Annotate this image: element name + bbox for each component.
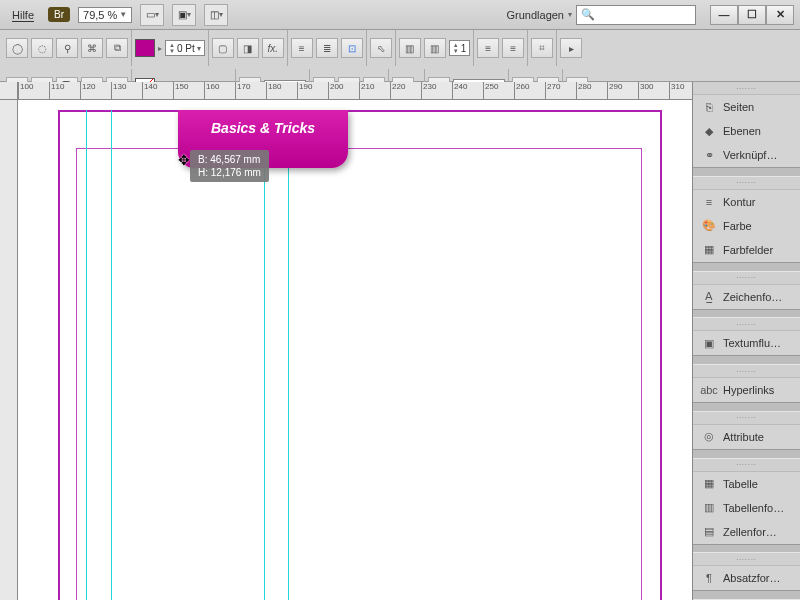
view-mode-3[interactable]: ◫▾	[204, 4, 228, 26]
minimize-button[interactable]: —	[710, 5, 738, 25]
tool-icon[interactable]: ◯	[6, 38, 28, 58]
document-canvas[interactable]: 1001101201301401501601701801902002102202…	[0, 82, 692, 600]
panel-grip[interactable]: ·······	[693, 272, 800, 285]
panel-label: Tabellenfo…	[723, 502, 784, 514]
stroke-weight[interactable]: ▲▼0 Pt▾	[165, 40, 205, 56]
ruler-tick: 160	[204, 82, 219, 100]
panel-label: Farbfelder	[723, 244, 773, 256]
ruler-tick: 110	[49, 82, 64, 100]
panel-textwrap-icon: ▣	[701, 336, 717, 350]
panel-label: Tabelle	[723, 478, 758, 490]
panel-stroke[interactable]: ≡Kontur	[693, 190, 800, 214]
fill-swatch[interactable]	[135, 39, 155, 57]
panel-links[interactable]: ⚭Verknüpf…	[693, 143, 800, 167]
ruler-tick: 270	[545, 82, 560, 100]
tool-icon[interactable]: ◌	[31, 38, 53, 58]
panel-pages[interactable]: ⎘Seiten	[693, 95, 800, 119]
wrap-icon[interactable]: ⬁	[370, 38, 392, 58]
ruler-tick: 130	[111, 82, 126, 100]
panel-layers[interactable]: ◆Ebenen	[693, 119, 800, 143]
view-mode-2[interactable]: ▣▾	[172, 4, 196, 26]
panel-label: Farbe	[723, 220, 752, 232]
list-icon[interactable]: ≡	[502, 38, 524, 58]
more-icon[interactable]: ▸	[560, 38, 582, 58]
align-icon[interactable]: ≣	[316, 38, 338, 58]
panel-label: Absatzfor…	[723, 572, 780, 584]
panel-grip[interactable]: ·······	[693, 82, 800, 95]
panel-label: Ebenen	[723, 125, 761, 137]
guide-vertical[interactable]	[86, 110, 87, 600]
fx-icon[interactable]: ▢	[212, 38, 234, 58]
columns-count[interactable]: ▲▼1	[449, 40, 471, 56]
align-icon[interactable]: ⊡	[341, 38, 363, 58]
zoom-level[interactable]: 79,5 %▼	[78, 7, 132, 23]
panel-tablestyles-icon: ▥	[701, 501, 717, 515]
fx-button[interactable]: fx.	[262, 38, 284, 58]
transform-icon[interactable]: ⌗	[531, 38, 553, 58]
fx-icon[interactable]: ◨	[237, 38, 259, 58]
ruler-tick: 300	[638, 82, 653, 100]
panel-grip[interactable]: ·······	[693, 177, 800, 190]
panel-label: Hyperlinks	[723, 384, 774, 396]
columns-icon[interactable]: ▥	[399, 38, 421, 58]
panel-charstyles-icon: A̲	[701, 290, 717, 304]
bridge-button[interactable]: Br	[48, 7, 70, 22]
panel-color-icon: 🎨	[701, 219, 717, 233]
panel-color[interactable]: 🎨Farbe	[693, 214, 800, 238]
panel-label: Verknüpf…	[723, 149, 777, 161]
ruler-tick: 250	[483, 82, 498, 100]
panel-hyperlinks[interactable]: abcHyperlinks	[693, 378, 800, 402]
panel-label: Kontur	[723, 196, 755, 208]
panel-label: Zeichenfo…	[723, 291, 782, 303]
ruler-tick: 140	[142, 82, 157, 100]
ruler-tick: 150	[173, 82, 188, 100]
ruler-vertical[interactable]	[0, 100, 18, 600]
tool-icon[interactable]: ⌘	[81, 38, 103, 58]
menu-help[interactable]: Hilfe	[6, 6, 40, 24]
panel-attributes[interactable]: ◎Attribute	[693, 425, 800, 449]
panel-label: Zellenfor…	[723, 526, 777, 538]
panel-textwrap[interactable]: ▣Textumflu…	[693, 331, 800, 355]
tab-title: Basics & Tricks	[211, 120, 315, 136]
panel-hyperlinks-icon: abc	[701, 383, 717, 397]
ruler-tick: 240	[452, 82, 467, 100]
panel-grip[interactable]: ·······	[693, 365, 800, 378]
ruler-tick: 200	[328, 82, 343, 100]
panel-charstyles[interactable]: A̲Zeichenfo…	[693, 285, 800, 309]
align-icon[interactable]: ≡	[291, 38, 313, 58]
panel-table[interactable]: ▦Tabelle	[693, 472, 800, 496]
panel-cellstyles-icon: ▤	[701, 525, 717, 539]
panel-label: Textumflu…	[723, 337, 781, 349]
maximize-button[interactable]: ☐	[738, 5, 766, 25]
panel-grip[interactable]: ·······	[693, 318, 800, 331]
panel-tablestyles[interactable]: ▥Tabellenfo…	[693, 496, 800, 520]
close-button[interactable]: ✕	[766, 5, 794, 25]
columns-icon[interactable]: ▥	[424, 38, 446, 58]
list-icon[interactable]: ≡	[477, 38, 499, 58]
guide-vertical[interactable]	[264, 110, 265, 600]
panel-swatches-icon: ▦	[701, 243, 717, 257]
menubar: Hilfe Br 79,5 %▼ ▭▾ ▣▾ ◫▾ Grundlagen▾ 🔍 …	[0, 0, 800, 30]
view-mode-1[interactable]: ▭▾	[140, 4, 164, 26]
guide-vertical[interactable]	[288, 110, 289, 600]
ruler-horizontal[interactable]: 1001101201301401501601701801902002102202…	[18, 82, 692, 100]
anchor-icon[interactable]: ⚲	[56, 38, 78, 58]
margin-guides	[76, 148, 642, 600]
panel-grip[interactable]: ·······	[693, 412, 800, 425]
panel-parastyles[interactable]: ¶Absatzfor…	[693, 566, 800, 590]
panel-table-icon: ▦	[701, 477, 717, 491]
ruler-tick: 100	[18, 82, 33, 100]
search-input[interactable]: 🔍	[576, 5, 696, 25]
panel-grip[interactable]: ·······	[693, 459, 800, 472]
workspace-selector[interactable]: Grundlagen▾	[507, 9, 573, 21]
panel-grip[interactable]: ·······	[693, 553, 800, 566]
page-area[interactable]: Basics & Tricks ✥ B: 46,567 mm H: 12,176…	[18, 100, 692, 600]
ruler-tick: 210	[359, 82, 374, 100]
ruler-origin[interactable]	[0, 82, 18, 100]
panel-cellstyles[interactable]: ▤Zellenfor…	[693, 520, 800, 544]
ruler-tick: 230	[421, 82, 436, 100]
panel-swatches[interactable]: ▦Farbfelder	[693, 238, 800, 262]
guide-vertical[interactable]	[111, 110, 112, 600]
panel-layers-icon: ◆	[701, 124, 717, 138]
tool-icon[interactable]: ⧉	[106, 38, 128, 58]
